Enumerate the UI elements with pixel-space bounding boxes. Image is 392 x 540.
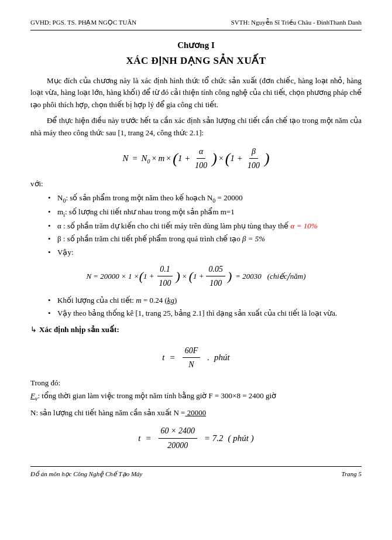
res-rparen2: ) [228, 270, 232, 283]
header-left: GVHD: PGS. TS. PHẠM NGỌC TUÂN [30, 18, 136, 28]
F-line: Fv: tổng thời gian làm việc trong một nă… [30, 390, 362, 404]
trong-do-label: Trong đó: [30, 377, 362, 389]
formula-rparen1: ) [212, 151, 217, 166]
xac-dinh-label: Xác định nhịp sản xuất: [39, 324, 119, 336]
formula-one1: 1 + [178, 152, 190, 165]
bullet-list-2: Khối lượng của chi tiết: m = 0.24 (kg) V… [48, 295, 362, 319]
frac-beta-numer: β [249, 145, 258, 159]
t-fraction: 60F N [183, 344, 201, 371]
formula-times1: × [152, 152, 157, 165]
bullet-list: N0: số sản phẩm trong một năm theo kế ho… [48, 192, 362, 258]
arrow-icon: ↳ [30, 324, 37, 336]
formula-frac-alpha: α 100 [192, 145, 209, 172]
page-header: GVHD: PGS. TS. PHẠM NGỌC TUÂN SVTH: Nguy… [30, 18, 362, 30]
formula-N: N [122, 152, 128, 165]
footer-left: Đồ án môn học Công Nghệ Chế Tạo Máy [30, 469, 142, 479]
t-result-unit: ( phút ) [228, 432, 254, 445]
bullet-khoi-luong: Khối lượng của chi tiết: m = 0.24 (kg) [48, 295, 362, 306]
N-line: N: sản lượng chi tiết hàng năm cần sản x… [30, 407, 362, 419]
formula-m: m [158, 152, 164, 165]
frac-beta-denom: 100 [245, 159, 262, 172]
t-result-formula: t = 60 × 2400 20000 = 7.2 ( phút ) [30, 425, 362, 452]
frac-alpha-numer: α [197, 145, 205, 159]
frac-alpha-denom: 100 [192, 159, 209, 172]
t-unit: phút [214, 351, 230, 364]
main-formula: N = N0 × m × ( 1 + α 100 ) × ( 1 + β 100… [30, 145, 362, 172]
chapter-title: XÁC ĐỊNH DẠNG SẢN XUẤT [30, 53, 362, 69]
page: GVHD: PGS. TS. PHẠM NGỌC TUÂN SVTH: Nguy… [0, 0, 392, 540]
t-result-fraction: 60 × 2400 20000 [159, 425, 197, 452]
result-formula: N = 20000 × 1 × ( 1 + 0.1 100 ) × ( 1 + … [30, 263, 362, 290]
footer-right: Trang 5 [341, 469, 362, 479]
formula-rparen2: ) [264, 151, 270, 166]
bullet-item-beta: β : số phần trăm chi tiết phế phẩm trong… [48, 233, 362, 245]
res-frac1: 0.1 100 [157, 263, 174, 290]
formula-equals: = [132, 152, 137, 165]
bullet-item-N0: N0: số sản phẩm trong một năm theo kế ho… [48, 192, 362, 205]
formula-lparen2: ( [225, 151, 231, 166]
xac-dinh-nhip-header: ↳ Xác định nhịp sản xuất: [30, 324, 362, 336]
t-formula: t = 60F N . phút [30, 344, 362, 371]
res-unit: (chiếc/năm) [267, 271, 306, 282]
res-lparen1: ( [139, 270, 143, 283]
formula-one2: 1 + [231, 152, 243, 165]
formula-N0: N0 [142, 152, 150, 166]
res-lparen2: ( [189, 270, 193, 283]
res-N: N = 20000 × 1 × [86, 271, 139, 282]
formula-frac-beta: β 100 [245, 145, 262, 172]
chapter-subtitle: Chương I [30, 39, 362, 52]
bullet-vay-theo: Vậy theo bảng thống kê [1, trang 25, bản… [48, 307, 362, 319]
bullet-item-m: mi: số lượng chi tiết như nhau trong một… [48, 206, 362, 219]
paragraph-2: Để thực hiện điều này trước hết ta cần x… [30, 115, 362, 139]
formula-lparen1: ( [173, 151, 178, 166]
formula-times3: × [219, 152, 223, 165]
paragraph-1: Mục đích của chương này là xác định hình… [30, 75, 362, 111]
avec-label: với: [30, 178, 362, 190]
header-right: SVTH: Nguyễn Sĩ Triều Châu - ĐinhThanh D… [231, 18, 362, 28]
res-rparen1: ) [176, 270, 180, 283]
bullet-item-alpha: α : số phần trăm dự kiến cho chi tiết má… [48, 220, 362, 232]
res-frac2: 0.05 100 [206, 263, 225, 290]
page-footer: Đồ án môn học Công Nghệ Chế Tạo Máy Tran… [30, 466, 362, 479]
formula-times2: × [166, 152, 171, 165]
bullet-item-vay: Vậy: [48, 247, 362, 258]
